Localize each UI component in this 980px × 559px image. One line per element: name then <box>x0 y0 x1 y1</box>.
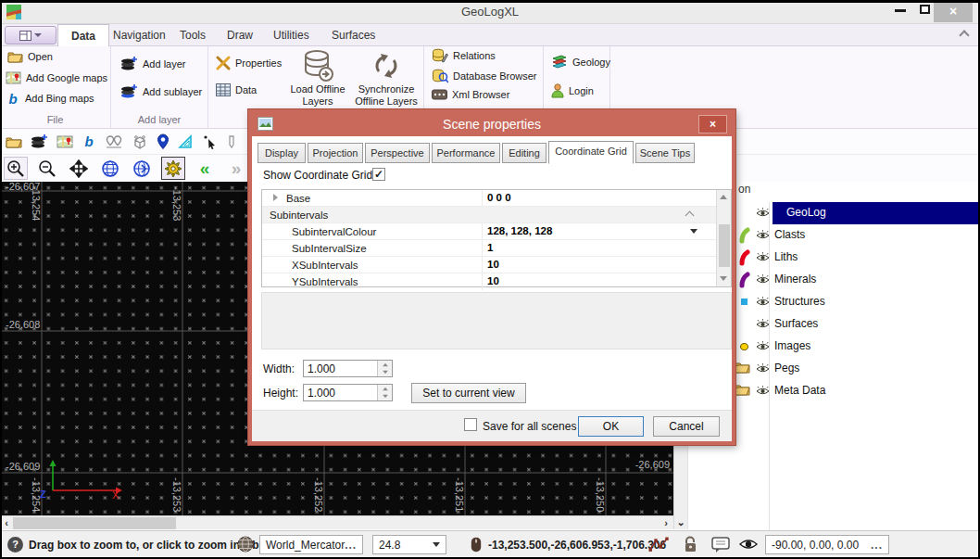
maximize-icon[interactable] <box>920 5 930 14</box>
height-spinner[interactable] <box>303 384 393 401</box>
back-chevrons-icon[interactable]: « <box>193 157 217 180</box>
placemarks-icon[interactable] <box>105 134 123 149</box>
property-row-base[interactable]: Base 0 0 0 <box>262 190 717 207</box>
tab-utilities[interactable]: Utilities <box>260 24 322 46</box>
comment-bubble-icon[interactable] <box>711 537 730 553</box>
orientation-combo[interactable]: -90.00, 0.00, 0.00 ... <box>765 535 889 554</box>
add-google-maps-button[interactable]: Add Google maps <box>6 70 107 84</box>
width-input[interactable] <box>306 361 374 376</box>
data-button[interactable]: Data <box>216 83 257 96</box>
orientation-more-button[interactable]: ... <box>871 539 883 552</box>
tab-surfaces[interactable]: Surfaces <box>319 24 388 46</box>
property-value[interactable]: 1 <box>487 242 493 253</box>
xml-browser-button[interactable]: Xml Browser <box>432 89 509 100</box>
tab-draw[interactable]: Draw <box>214 24 266 46</box>
login-button[interactable]: Login <box>551 83 594 98</box>
spinner-buttons[interactable] <box>377 361 392 376</box>
save-for-all-scenes-checkbox[interactable] <box>464 418 477 431</box>
scrollbar-thumb[interactable] <box>719 224 730 267</box>
visibility-eye-icon[interactable] <box>756 273 770 286</box>
visibility-eye-icon[interactable] <box>756 251 770 263</box>
property-value[interactable]: 128, 128, 128 <box>487 225 552 236</box>
globe-zoom-extents-button[interactable] <box>98 157 122 180</box>
minimize-icon[interactable] <box>895 9 906 12</box>
property-value[interactable]: 10 <box>487 275 499 286</box>
property-group-subintervals[interactable]: Subintervals <box>262 207 717 223</box>
cancel-button[interactable]: Cancel <box>653 416 720 437</box>
chevron-down-icon[interactable] <box>433 542 440 547</box>
collapse-chevron-icon[interactable] <box>685 211 695 221</box>
synchronize-offline-layers-button[interactable]: Synchronize Offline Layers <box>351 48 421 108</box>
set-to-current-view-button[interactable]: Set to current view <box>411 383 526 403</box>
eye-icon[interactable] <box>739 538 758 551</box>
dialog-tab-coordinate-grid[interactable]: Coordinate Grid <box>548 141 634 164</box>
unlock-icon[interactable] <box>684 536 697 553</box>
tab-tools[interactable]: Tools <box>167 24 219 46</box>
pan-button[interactable] <box>67 157 91 180</box>
visibility-eye-icon[interactable] <box>756 296 770 308</box>
add-bing-maps-button[interactable]: b Add Bing maps <box>6 91 94 106</box>
box-3d-icon[interactable] <box>132 134 148 149</box>
chevron-down-icon[interactable] <box>690 229 697 234</box>
dialog-tab-performance[interactable]: Performance <box>432 143 500 163</box>
zoom-out-button[interactable] <box>35 157 59 180</box>
placemark-pin-icon[interactable] <box>157 133 170 149</box>
properties-button[interactable]: Properties <box>216 56 282 70</box>
collapse-ribbon-icon[interactable] <box>959 30 969 40</box>
visibility-eye-icon[interactable] <box>756 229 770 241</box>
edit-pencil-icon[interactable] <box>226 134 237 148</box>
property-row-x-subintervals[interactable]: XSubIntervals 10 <box>262 257 717 273</box>
scroll-left-icon[interactable]: ‹ <box>0 516 13 530</box>
load-offline-layers-button[interactable]: Load Offline Layers <box>284 48 351 108</box>
projection-combo[interactable]: World_Mercator ... <box>259 535 363 554</box>
globe-previous-view-button[interactable] <box>130 157 154 180</box>
dialog-tab-editing[interactable]: Editing <box>502 143 547 163</box>
open-button[interactable]: Open <box>7 50 53 63</box>
visibility-eye-icon[interactable] <box>756 318 770 330</box>
scroll-down-icon[interactable] <box>720 276 727 281</box>
projection-more-button[interactable]: ... <box>345 539 357 552</box>
h-scroll-thumb[interactable] <box>13 517 176 529</box>
add-layer-button[interactable]: Add layer <box>120 56 185 71</box>
map-horizontal-scrollbar[interactable]: ‹ › <box>0 515 673 529</box>
database-browser-button[interactable]: Database Browser <box>432 69 537 83</box>
dialog-tab-perspective[interactable]: Perspective <box>365 143 430 163</box>
dialog-tab-scene-tips[interactable]: Scene Tips <box>635 143 695 163</box>
ok-button[interactable]: OK <box>578 416 644 437</box>
property-row-subinterval-size[interactable]: SubIntervalSize 1 <box>262 240 717 257</box>
spinner-buttons[interactable] <box>377 385 392 400</box>
visibility-eye-icon[interactable] <box>756 340 770 352</box>
forward-chevrons-icon[interactable]: » <box>224 157 248 180</box>
settings-gear-button[interactable] <box>161 157 185 180</box>
scroll-up-icon[interactable] <box>720 195 727 199</box>
property-grid-scrollbar[interactable] <box>716 190 731 286</box>
visibility-eye-icon[interactable] <box>756 385 770 397</box>
property-row-subinterval-colour[interactable]: SubintervalColour 128, 128, 128 <box>262 223 717 240</box>
property-row-y-subintervals[interactable]: YSubIntervals 10 <box>262 273 717 290</box>
scroll-down-icon[interactable]: ⌄ <box>674 515 687 529</box>
select-cursor-icon[interactable] <box>203 134 218 149</box>
dialog-tab-display[interactable]: Display <box>258 143 306 163</box>
add-sublayer-button[interactable]: Add sublayer <box>120 83 202 99</box>
dialog-tab-projection[interactable]: Projection <box>308 143 363 163</box>
relations-button[interactable]: Relations <box>432 48 496 63</box>
close-icon[interactable]: × <box>934 0 973 22</box>
geology-button[interactable]: Geology <box>551 54 610 70</box>
expand-arrow-icon[interactable] <box>273 194 278 201</box>
add-layer-icon[interactable] <box>31 133 48 149</box>
quick-access-button[interactable] <box>5 26 57 44</box>
bing-maps-icon[interactable]: b <box>82 133 96 149</box>
property-value[interactable]: 10 <box>487 259 499 270</box>
show-coordinate-grid-checkbox[interactable]: ✓ <box>372 168 385 181</box>
scale-combo[interactable]: 24.8 <box>372 535 446 554</box>
scroll-right-icon[interactable]: › <box>660 516 672 530</box>
height-input[interactable] <box>306 385 374 400</box>
zoom-in-button[interactable] <box>4 157 28 180</box>
dialog-title-bar[interactable]: Scene properties × <box>252 113 732 136</box>
dialog-close-icon[interactable]: × <box>698 115 727 133</box>
visibility-eye-icon[interactable] <box>756 207 770 219</box>
open-folder-icon[interactable] <box>6 135 22 148</box>
google-maps-icon[interactable] <box>57 134 73 148</box>
set-square-icon[interactable] <box>178 134 195 149</box>
width-spinner[interactable] <box>303 360 393 377</box>
